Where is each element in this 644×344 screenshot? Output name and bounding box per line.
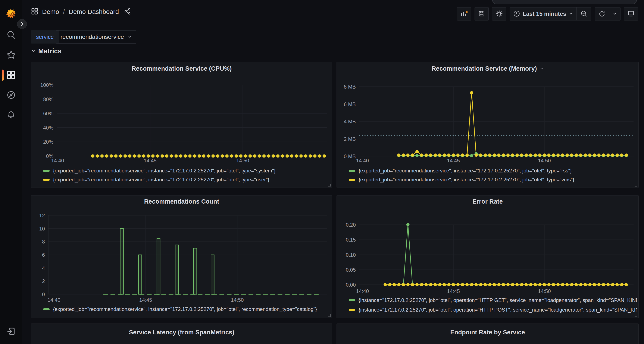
active-indicator bbox=[2, 70, 4, 81]
svg-text:2 MB: 2 MB bbox=[344, 136, 356, 142]
variable-label[interactable]: service bbox=[31, 30, 59, 43]
svg-text:12: 12 bbox=[39, 212, 45, 218]
legend-item[interactable]: {exported_job="recommendationservice", i… bbox=[349, 175, 637, 184]
chevron-right-icon bbox=[20, 21, 24, 27]
svg-text:0: 0 bbox=[42, 292, 45, 297]
row-header-metrics[interactable]: Metrics bbox=[31, 47, 62, 55]
svg-text:100%: 100% bbox=[40, 82, 54, 88]
svg-text:60%: 60% bbox=[43, 111, 54, 116]
bell-icon bbox=[6, 110, 16, 120]
chart-canvas[interactable]: 12108642014:4014:4514:50 bbox=[31, 195, 332, 318]
breadcrumb: Demo / Demo Dashboard bbox=[31, 8, 131, 16]
variable-value-dropdown[interactable]: recommendationservice bbox=[56, 30, 136, 43]
browser-overlay-artifact bbox=[492, 0, 637, 4]
legend-swatch-icon bbox=[43, 179, 50, 181]
toolbar: Last 15 minutes bbox=[457, 7, 638, 20]
grafana-logo-icon[interactable] bbox=[6, 8, 16, 18]
legend-swatch-icon bbox=[43, 170, 50, 172]
sidebar-expand-button[interactable] bbox=[17, 19, 27, 29]
legend-label[interactable]: {exported_job="recommendationservice", i… bbox=[53, 306, 317, 312]
svg-text:10: 10 bbox=[39, 226, 45, 232]
panel-memory: Recommendation Service (Memory) 8 MB6 MB… bbox=[336, 62, 639, 188]
svg-text:6 MB: 6 MB bbox=[344, 101, 356, 107]
chevron-down-icon bbox=[612, 11, 617, 16]
panel-title[interactable]: Endpoint Rate by Service bbox=[337, 329, 638, 336]
share-icon[interactable] bbox=[124, 8, 131, 15]
breadcrumb-root[interactable]: Demo bbox=[42, 8, 59, 15]
sidebar-item-sign-in[interactable] bbox=[0, 322, 22, 342]
svg-text:40%: 40% bbox=[43, 125, 54, 131]
svg-text:14:45: 14:45 bbox=[144, 158, 156, 164]
sidebar-item-alerting[interactable] bbox=[0, 105, 22, 125]
apps-grid-icon[interactable] bbox=[31, 8, 38, 16]
svg-text:0 MB: 0 MB bbox=[344, 154, 356, 159]
time-series-chart[interactable]: 12108642014:4014:4514:50 bbox=[31, 195, 332, 318]
breadcrumb-separator: / bbox=[63, 8, 65, 15]
breadcrumb-current: Demo Dashboard bbox=[68, 8, 119, 15]
legend-label[interactable]: {instance="172.17.0.2:25270", job="otel"… bbox=[358, 297, 637, 303]
panel-recommendations-count: Recommendations Count 12108642014:4014:4… bbox=[31, 195, 332, 318]
zoom-out-time-button[interactable] bbox=[577, 7, 591, 20]
legend-label[interactable]: {exported_job="recommendationservice", i… bbox=[53, 168, 276, 174]
legend-label[interactable]: {exported_job="recommendationservice", i… bbox=[53, 177, 270, 183]
refresh-button[interactable] bbox=[595, 7, 609, 20]
svg-text:14:40: 14:40 bbox=[51, 158, 64, 164]
legend-item[interactable]: {exported_job="recommendationservice", i… bbox=[43, 175, 331, 184]
legend-item[interactable]: {exported_job="recommendationservice", i… bbox=[349, 166, 637, 175]
panel-resize-handle[interactable] bbox=[328, 184, 331, 186]
chevron-down-icon bbox=[569, 11, 573, 16]
legend-swatch-icon bbox=[349, 299, 355, 301]
save-icon bbox=[478, 10, 485, 18]
search-icon bbox=[6, 30, 16, 40]
svg-text:0.00: 0.00 bbox=[346, 282, 356, 288]
dashboard-settings-button[interactable] bbox=[492, 7, 506, 20]
sidebar bbox=[0, 0, 22, 344]
chevron-down-icon bbox=[128, 33, 132, 40]
row-title: Metrics bbox=[38, 47, 62, 55]
svg-text:14:40: 14:40 bbox=[48, 297, 60, 303]
save-dashboard-button[interactable] bbox=[474, 7, 489, 20]
sidebar-item-explore[interactable] bbox=[0, 85, 22, 105]
svg-text:14:50: 14:50 bbox=[538, 158, 551, 164]
add-panel-button[interactable] bbox=[457, 7, 471, 20]
legend-swatch-icon bbox=[349, 309, 355, 311]
grafana-app: Demo / Demo Dashboard bbox=[0, 0, 644, 344]
legend: {instance="172.17.0.2:25270", job="otel"… bbox=[349, 295, 637, 315]
refresh-interval-dropdown[interactable] bbox=[609, 7, 620, 20]
legend-label[interactable]: {instance="172.17.0.2:25270", job="otel"… bbox=[358, 307, 637, 313]
svg-text:14:50: 14:50 bbox=[231, 297, 244, 303]
apps-grid-icon bbox=[6, 70, 16, 80]
panel-title[interactable]: Service Latency (from SpanMetrics) bbox=[31, 329, 332, 336]
legend-item[interactable]: {instance="172.17.0.2:25270", job="otel"… bbox=[349, 305, 637, 315]
svg-text:80%: 80% bbox=[43, 96, 54, 102]
compass-icon bbox=[6, 90, 16, 100]
time-range-label: Last 15 minutes bbox=[523, 11, 566, 17]
svg-text:2: 2 bbox=[42, 278, 45, 284]
legend-item[interactable]: {instance="172.17.0.2:25270", job="otel"… bbox=[349, 295, 637, 305]
legend-label[interactable]: {exported_job="recommendationservice", i… bbox=[358, 168, 572, 174]
legend-item[interactable]: {exported_job="recommendationservice", i… bbox=[43, 305, 331, 314]
panel-resize-handle[interactable] bbox=[328, 314, 331, 317]
legend-label[interactable]: {exported_job="recommendationservice", i… bbox=[358, 177, 574, 183]
sidebar-item-search[interactable] bbox=[0, 25, 22, 45]
time-range-picker[interactable]: Last 15 minutes bbox=[510, 7, 576, 20]
time-picker-group: Last 15 minutes bbox=[510, 7, 591, 20]
panel-cpu: Recommendation Service (CPU%) 100%80%60%… bbox=[31, 62, 332, 188]
panel-resize-handle[interactable] bbox=[634, 184, 638, 186]
panel-resize-handle[interactable] bbox=[634, 314, 638, 317]
sign-in-icon bbox=[6, 327, 16, 337]
sidebar-item-starred[interactable] bbox=[0, 45, 22, 65]
legend-swatch-icon bbox=[349, 170, 355, 172]
zoom-out-icon bbox=[580, 10, 588, 18]
svg-text:14:45: 14:45 bbox=[447, 158, 460, 164]
clock-icon bbox=[513, 10, 520, 18]
cycle-view-mode-button[interactable] bbox=[624, 7, 638, 20]
legend-item[interactable]: {exported_job="recommendationservice", i… bbox=[43, 166, 331, 175]
svg-text:14:45: 14:45 bbox=[139, 297, 152, 303]
svg-text:0.15: 0.15 bbox=[346, 237, 356, 243]
refresh-icon bbox=[598, 10, 606, 18]
svg-text:20%: 20% bbox=[43, 139, 54, 145]
add-panel-icon bbox=[460, 10, 468, 18]
panel-endpoint-rate: Endpoint Rate by Service bbox=[336, 324, 639, 344]
sidebar-item-dashboards[interactable] bbox=[0, 65, 22, 85]
